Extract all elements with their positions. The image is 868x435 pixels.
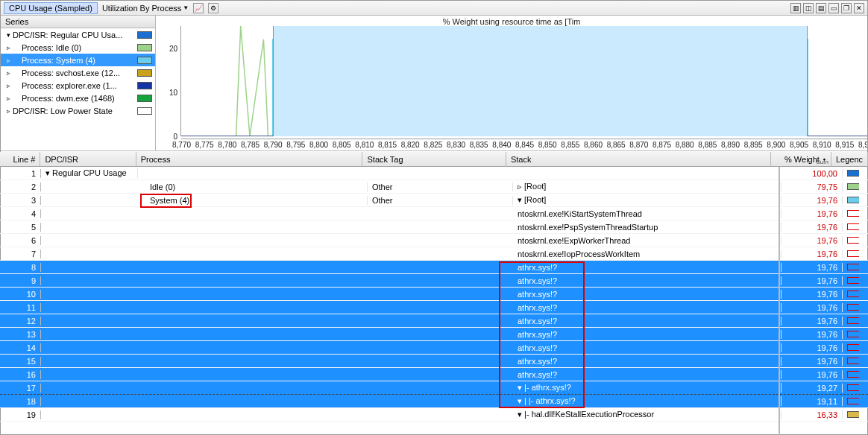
grid-row[interactable]: 14 athrx.sys!?19,76	[0, 341, 868, 355]
view-split-icon[interactable]: ◫	[803, 3, 814, 13]
cell-legend	[843, 263, 859, 272]
chart-config-icon[interactable]: ⚙	[208, 3, 218, 13]
minimize-icon[interactable]: ▭	[828, 3, 839, 13]
cell-line: 16	[0, 370, 41, 379]
cell-stack: ▾ [Root]	[513, 195, 781, 205]
series-row[interactable]: ▹Process: dwm.exe (1468)	[1, 92, 155, 104]
cell-legend	[843, 276, 859, 285]
grid-row[interactable]: 7 ntoskrnl.exe!IopProcessWorkItem19,76	[0, 247, 868, 261]
grid-row[interactable]: 19▾ |- hal.dll!KeStallExecutionProcessor…	[0, 408, 868, 422]
series-label: Process: Idle (0)	[22, 43, 81, 52]
expand-icon[interactable]: ▹	[4, 82, 13, 89]
cell-stack: ▾ | |- athrx.sys!?	[513, 396, 781, 406]
cell-stack: athrx.sys!?	[513, 317, 781, 326]
expand-icon[interactable]: ▹	[4, 57, 13, 64]
cell-weight: 16,33	[781, 410, 843, 419]
series-label: DPC/ISR: Low Power State	[13, 107, 113, 115]
series-row[interactable]: ▹DPC/ISR: Low Power State	[1, 104, 155, 117]
expand-icon[interactable]: ▾	[4, 31, 13, 39]
restore-icon[interactable]: ❐	[841, 3, 852, 13]
cell-legend	[843, 330, 859, 339]
cell-line: 11	[0, 303, 41, 312]
grid-row[interactable]: 5 ntoskrnl.exe!PspSystemThreadStartup19,…	[0, 220, 868, 234]
expand-icon[interactable]: ▹	[4, 69, 13, 77]
expand-icon[interactable]: ▹	[4, 95, 13, 102]
series-swatch	[137, 95, 152, 102]
grid-row[interactable]: 15 athrx.sys!?19,76	[0, 355, 868, 368]
chart-panel[interactable]: % Weight using resource time as [Tim 010…	[156, 16, 867, 150]
grid-row[interactable]: 18▾ | |- athrx.sys!?19,11	[0, 395, 868, 408]
series-swatch	[137, 69, 152, 77]
cell-line: 3	[0, 196, 41, 205]
cell-legend	[843, 209, 859, 218]
grid-row[interactable]: 11 athrx.sys!?19,76	[0, 301, 868, 314]
series-label: Process: dwm.exe (1468)	[22, 94, 115, 103]
grid-row[interactable]: 17▾ |- athrx.sys!?19,27	[0, 381, 868, 395]
col-dpcisr[interactable]: DPC/ISR	[40, 152, 136, 166]
graph-title[interactable]: CPU Usage (Sampled)	[4, 2, 98, 14]
cell-weight: 19,76	[781, 209, 843, 218]
cell-stack: athrx.sys!?	[513, 290, 781, 299]
series-row[interactable]: ▹Process: Idle (0)	[1, 41, 155, 54]
chart-plot[interactable]	[181, 26, 867, 136]
chart-type-icon[interactable]: 📈	[193, 3, 204, 13]
series-list[interactable]: ▾DPC/ISR: Regular CPU Usa...▹Process: Id…	[1, 28, 155, 150]
cell-weight: 19,76	[781, 276, 843, 285]
col-process[interactable]: Process	[136, 152, 363, 166]
grid-row[interactable]: 9 athrx.sys!?19,76	[0, 274, 868, 288]
grid-row[interactable]: 4 ntoskrnl.exe!KiStartSystemThread19,76	[0, 207, 868, 220]
cell-weight: 19,27	[781, 384, 843, 393]
grid-row[interactable]: 10 athrx.sys!?19,76	[0, 288, 868, 301]
col-stacktag[interactable]: Stack Tag	[362, 152, 506, 166]
cell-stack: ▹ [Root]	[513, 182, 781, 191]
series-header: Series	[1, 16, 155, 28]
time-selection[interactable]	[273, 26, 808, 136]
cell-process: System (4)	[138, 196, 368, 205]
view-table-icon[interactable]: ▤	[816, 3, 826, 13]
series-row[interactable]: ▹Process: svchost.exe (12...	[1, 66, 155, 79]
grid-row[interactable]: 12 athrx.sys!?19,76	[0, 314, 868, 328]
cell-line: 15	[0, 357, 41, 366]
chart-title: % Weight using resource time as [Tim	[156, 17, 867, 26]
cell-weight: 19,76	[781, 330, 843, 339]
grid-row[interactable]: 16 athrx.sys!?19,76	[0, 368, 868, 381]
cell-stack: athrx.sys!?	[513, 370, 781, 379]
grid-row[interactable]: 13 athrx.sys!?19,76	[0, 328, 868, 341]
cell-stack: athrx.sys!?	[513, 357, 781, 366]
expand-icon[interactable]: ▹	[4, 44, 13, 51]
cell-line: 2	[0, 182, 41, 191]
series-swatch	[137, 82, 152, 89]
grid-row[interactable]: 6 ntoskrnl.exe!ExpWorkerThread19,76	[0, 234, 868, 247]
series-row[interactable]: ▹Process: explorer.exe (1...	[1, 79, 155, 92]
cell-line: 17	[0, 384, 41, 393]
series-label: Process: System (4)	[22, 56, 95, 65]
chart-yaxis: 01020	[156, 26, 181, 136]
cell-legend	[843, 236, 859, 245]
grid-row[interactable]: 2Idle (0)Other▹ [Root]79,75	[0, 180, 868, 194]
expand-icon[interactable]: ▹	[4, 107, 13, 115]
series-row[interactable]: ▹Process: System (4)	[1, 54, 155, 66]
view-large-icon[interactable]: ▥	[790, 3, 801, 13]
series-row[interactable]: ▾DPC/ISR: Regular CPU Usa...	[1, 28, 155, 41]
cell-weight: 100,00	[781, 169, 843, 178]
cell-line: 19	[0, 410, 41, 419]
close-icon[interactable]: ✕	[854, 3, 864, 13]
cell-legend	[843, 290, 859, 299]
cell-line: 1	[0, 169, 41, 178]
grid-split[interactable]	[779, 167, 780, 435]
cell-legend	[843, 223, 859, 232]
cell-weight: 19,76	[781, 357, 843, 366]
cell-legend	[843, 196, 859, 205]
grid-row[interactable]: 1▾ Regular CPU Usage100,00	[0, 167, 868, 180]
col-stack[interactable]: Stack	[506, 152, 771, 166]
col-weight[interactable]: % Weight⬥ Sum	[771, 152, 831, 166]
utilization-dropdown[interactable]: Utilization By Process▼	[102, 4, 189, 13]
grid-body[interactable]: 1▾ Regular CPU Usage100,002Idle (0)Other…	[0, 167, 868, 435]
col-line[interactable]: Line #	[0, 152, 40, 166]
cell-line: 10	[0, 290, 41, 299]
col-legend[interactable]: Legenc	[831, 152, 868, 166]
cell-legend	[843, 250, 859, 258]
grid-header[interactable]: Line # DPC/ISR Process Stack Tag Stack %…	[0, 152, 868, 167]
grid-row[interactable]: 3System (4)Other▾ [Root]19,76	[0, 194, 868, 207]
grid-row[interactable]: 8 athrx.sys!?19,76	[0, 261, 868, 274]
